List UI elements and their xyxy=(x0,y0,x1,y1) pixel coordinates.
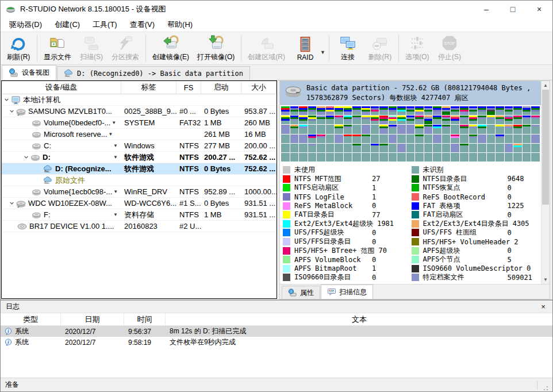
map-block[interactable] xyxy=(433,153,441,162)
map-block[interactable] xyxy=(290,125,299,133)
map-block[interactable] xyxy=(308,106,317,115)
map-block[interactable] xyxy=(424,125,433,133)
map-block[interactable] xyxy=(433,144,441,152)
map-block[interactable] xyxy=(299,134,308,143)
map-block[interactable] xyxy=(451,153,459,162)
map-block[interactable] xyxy=(531,153,540,162)
map-block[interactable] xyxy=(415,144,424,152)
menu-item-1[interactable]: 驱动器(D) xyxy=(3,18,48,32)
map-block[interactable] xyxy=(326,125,335,133)
map-block[interactable] xyxy=(352,106,361,115)
map-block[interactable] xyxy=(513,144,522,152)
map-block[interactable] xyxy=(496,125,504,133)
log-column-header-3[interactable]: 时间 xyxy=(124,313,166,325)
map-block[interactable] xyxy=(308,153,317,162)
map-block[interactable] xyxy=(415,134,424,143)
map-block[interactable] xyxy=(505,125,513,133)
toolbar-button-show-files[interactable]: 显示文件 xyxy=(40,33,75,64)
map-block[interactable] xyxy=(362,144,370,152)
map-block[interactable] xyxy=(523,153,531,162)
map-block[interactable] xyxy=(523,116,531,124)
device-tree-row[interactable]: Volume{0bedecf0-...▼SYSTEMFAT321 MB260 M… xyxy=(2,117,276,129)
map-block[interactable] xyxy=(379,153,388,162)
map-block[interactable] xyxy=(442,116,451,124)
map-block[interactable] xyxy=(290,116,299,124)
map-block[interactable] xyxy=(371,116,379,124)
map-block[interactable] xyxy=(487,106,496,115)
map-block[interactable] xyxy=(352,125,361,133)
map-block[interactable] xyxy=(406,125,415,133)
map-block[interactable] xyxy=(299,116,308,124)
map-block[interactable] xyxy=(397,153,406,162)
map-block[interactable] xyxy=(469,153,478,162)
map-block[interactable] xyxy=(496,144,504,152)
map-block[interactable] xyxy=(371,153,379,162)
row-dropdown-icon[interactable]: ▼ xyxy=(113,143,120,148)
row-dropdown-icon[interactable]: ▼ xyxy=(113,155,120,160)
map-block[interactable] xyxy=(523,125,531,133)
map-block[interactable] xyxy=(317,106,325,115)
map-block[interactable] xyxy=(487,153,496,162)
log-close-button[interactable]: × xyxy=(538,302,548,311)
map-block[interactable] xyxy=(371,134,379,143)
map-block[interactable] xyxy=(308,116,317,124)
map-block[interactable] xyxy=(362,125,370,133)
log-column-header-4[interactable]: 文本 xyxy=(166,313,553,325)
map-block[interactable] xyxy=(406,144,415,152)
expander-chevron-down-icon[interactable] xyxy=(7,109,16,114)
minimize-button[interactable]: – xyxy=(473,1,500,18)
map-block[interactable] xyxy=(335,153,343,162)
map-block[interactable] xyxy=(281,144,290,152)
column-header-2[interactable]: 标签 xyxy=(121,81,176,94)
map-block[interactable] xyxy=(406,106,415,115)
map-block[interactable] xyxy=(326,134,335,143)
device-tree-row[interactable]: F:▼资料存储NTFS1 MB931.51 ... xyxy=(2,209,276,221)
device-tree-row[interactable]: BR17 DEVICE V1.00 1....20160823#2 U... xyxy=(2,221,276,232)
map-block[interactable] xyxy=(478,153,486,162)
map-block[interactable] xyxy=(362,116,370,124)
map-block[interactable] xyxy=(451,125,459,133)
menu-item-2[interactable]: 创建(C) xyxy=(48,18,86,32)
device-tree-row[interactable]: 本地计算机 xyxy=(2,94,276,106)
map-block[interactable] xyxy=(469,125,478,133)
log-row[interactable]: i系统2020/12/79:56:378m 12s 的 D: 扫描已完成 xyxy=(1,326,553,337)
device-tree-row[interactable]: Rec.D: (Recognize...软件游戏NTFS0 Bytes752.6… xyxy=(2,163,276,175)
close-button[interactable]: × xyxy=(526,1,552,18)
map-block[interactable] xyxy=(379,116,388,124)
map-block[interactable] xyxy=(317,116,325,124)
maximize-button[interactable]: □ xyxy=(500,1,526,18)
map-block[interactable] xyxy=(505,106,513,115)
map-block[interactable] xyxy=(344,125,352,133)
map-block[interactable] xyxy=(389,144,397,152)
view-tab-1[interactable]: i设备视图 xyxy=(2,65,56,80)
map-block[interactable] xyxy=(335,134,343,143)
map-block[interactable] xyxy=(397,106,406,115)
map-block[interactable] xyxy=(469,116,478,124)
map-block[interactable] xyxy=(531,106,540,115)
map-block[interactable] xyxy=(451,116,459,124)
map-block[interactable] xyxy=(308,144,317,152)
map-block[interactable] xyxy=(379,134,388,143)
map-block[interactable] xyxy=(362,153,370,162)
map-block[interactable] xyxy=(513,134,522,143)
menu-item-5[interactable]: 帮助(H) xyxy=(161,18,199,32)
map-block[interactable] xyxy=(415,106,424,115)
map-block[interactable] xyxy=(442,134,451,143)
map-block[interactable] xyxy=(415,125,424,133)
map-block[interactable] xyxy=(496,116,504,124)
map-block[interactable] xyxy=(487,134,496,143)
map-block[interactable] xyxy=(397,125,406,133)
map-block[interactable] xyxy=(406,134,415,143)
map-block[interactable] xyxy=(335,144,343,152)
toolbar-button-raid[interactable]: RAID xyxy=(289,33,321,64)
map-block[interactable] xyxy=(442,125,451,133)
row-dropdown-icon[interactable]: ▼ xyxy=(113,212,120,217)
map-block[interactable] xyxy=(379,125,388,133)
map-block[interactable] xyxy=(487,116,496,124)
scrollbar-thumb[interactable] xyxy=(542,90,549,205)
map-block[interactable] xyxy=(379,144,388,152)
map-block[interactable] xyxy=(290,144,299,152)
map-block[interactable] xyxy=(362,106,370,115)
map-block[interactable] xyxy=(460,144,468,152)
map-block[interactable] xyxy=(442,153,451,162)
